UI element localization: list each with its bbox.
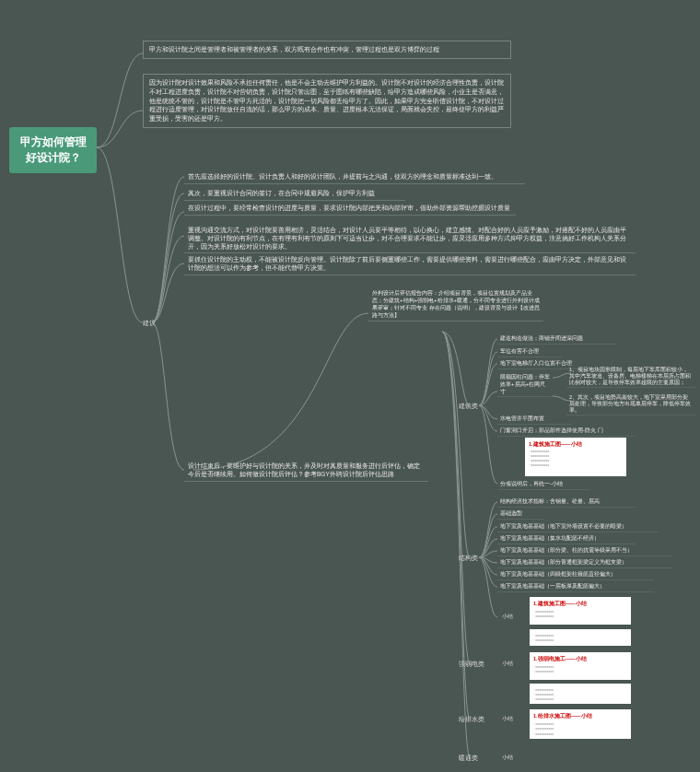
step-3: 在设计过程中，要经常检查设计的进度与质量，要求设计院内部把关和内部评审，借助外部… (184, 203, 516, 216)
advice-1: 设计结束后，要维护好与设计院的关系，并及时对其质量和服务进行后评估，确定今后是否… (184, 461, 428, 482)
doc-header: 1.给排水施工图——小结 (533, 713, 627, 719)
paragraph-1: 甲方和设计院之间是管理者和被管理者的关系，双方既有合作也有冲突，管理过程也是双方… (143, 41, 511, 59)
struct-item-2: 基础选型 (497, 509, 543, 520)
water-doc-thumb[interactable]: 1.给排水施工图——小结 · xxxxxxxxxx· xxxxxxxxxx· x… (530, 709, 631, 739)
category-electrical[interactable]: 强弱电类 (459, 660, 484, 669)
arch-item-4b: 2、其次，项目地势高差较大，地下室采用部分架层处理，导致部分地方出现单层停车，降… (566, 393, 695, 415)
struct-item-7: 地下室及地基基础（四级框架柱箍筋直径偏大） (497, 570, 654, 580)
struct-sub: 小结 (502, 613, 513, 621)
arch-item-6: 门窗洞口开启；部品部件选择使用-防火 门 (497, 427, 636, 437)
step-1: 首先应选择好的设计院、设计负责人和好的设计团队，并提前与之沟通，使双方的理念和质… (184, 171, 525, 184)
step-5: 要抓住设计院的主动权，不能被设计院反向管理。设计院除了前后要侧重哪些工作，需要提… (184, 254, 636, 275)
struct-item-4: 地下室及地基基础（集水坑配筋不经济） (497, 534, 636, 544)
step-4: 重视沟通交流方式，对设计院要善用相济，灵活结合，对设计人员要平等相待，以心换心，… (184, 225, 636, 253)
category-plumbing[interactable]: 给排水类 (459, 715, 484, 724)
struct-item-5: 地下室及地基基础（部分梁、柱的抗震等级采用不当） (497, 546, 672, 556)
struct-item-3: 地下室及地基基础（地下室外墙设置不必要的暗梁） (497, 522, 659, 532)
struct-doc-thumb-1[interactable]: 1.建筑施工图——小结 · xxxxxxxxxx· xxxxxxxxxx (530, 597, 631, 625)
struct-item-6: 地下室及地基基础（部分普通框架梁定义为框支梁） (497, 558, 672, 568)
arch-item-2: 车位有害不合理 (497, 347, 562, 357)
arch-item-4: 限额因柱问题：停车效率+层高+柱网尺寸 (497, 373, 553, 397)
doc-header: 1.建筑施工图——小结 (529, 441, 623, 448)
elec-sub: 小结 (502, 660, 513, 668)
water-sub: 小结 (502, 715, 513, 723)
arch-doc-thumb[interactable]: 1.建筑施工图——小结 · xxxxxxxxxx· xxxxxxxxxx· xx… (525, 438, 626, 476)
doc-header: 1.建筑施工图——小结 (533, 601, 627, 607)
arch-item-4a: 1、项目地块因形限制，每层地下车库面积较小，其中汽车坡道、设备房、电梯楼梯在本层… (566, 366, 695, 388)
step-2: 其次，要重视设计合同的签订，在合同中规避风险，保护甲方利益 (184, 188, 405, 201)
root-node[interactable]: 甲方如何管理好设计院？ (9, 127, 97, 173)
doc-header: 1.强弱电施工——小结 (533, 656, 627, 662)
arch-item-7: 分项说明后，再统一-小结 (497, 480, 589, 490)
arch-item-1: 建造构造做法；商铺开间进深问题 (497, 334, 617, 345)
struct-item-8: 地下室及地基基础（一层板厚及配筋偏大） (497, 582, 654, 592)
advice-2: 外判设计后评估报告内容：介绍项目背景，项目位置规划及产品业态；分建筑+结构+强弱… (368, 287, 543, 322)
elec-doc-thumb[interactable]: 1.强弱电施工——小结 · xxxxxxxxxx· xxxxxxxxxx (530, 652, 631, 680)
arch-item-5: 水电管井平面布置 (497, 415, 571, 425)
category-hvac[interactable]: 暖通类 (459, 754, 478, 763)
paragraph-2: 因为设计院对设计效果和风险不承担任何责任，他是不会主动去维护甲方利益的。设计院不… (143, 74, 511, 128)
category-structure[interactable]: 结构类 (459, 554, 478, 563)
struct-doc-thumb-2[interactable]: · xxxxxxxxxx· xxxxxxxxxx (530, 629, 631, 646)
category-architecture[interactable]: 建筑类 (459, 402, 478, 411)
hvac-sub: 小结 (502, 754, 513, 762)
advice-label[interactable]: 建议 (143, 319, 156, 328)
elec-doc-thumb-2[interactable]: · xxxxxxxxxx· xxxxxxxxxx· xxxxxxxxxx (530, 684, 631, 704)
struct-item-1: 结构经济技术指标：含钢量、砼量、层高 (497, 497, 636, 508)
